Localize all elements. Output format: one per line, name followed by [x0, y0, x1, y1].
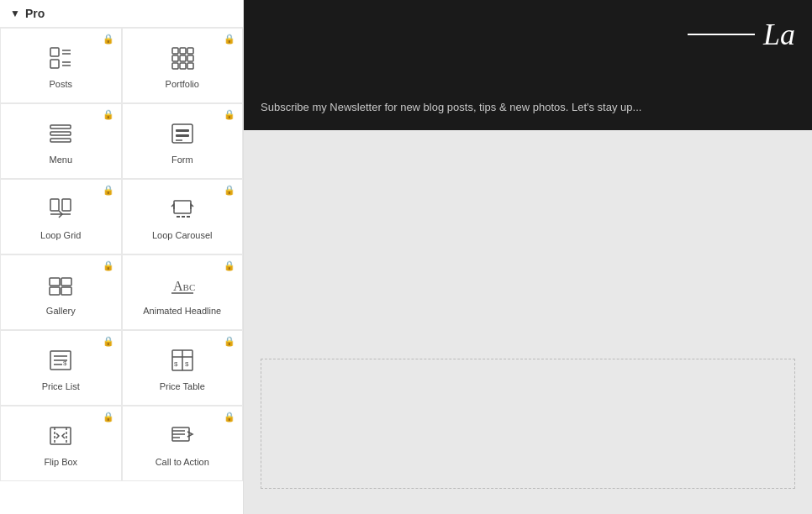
- call-to-action-icon: [170, 423, 195, 452]
- animated-headline-label: Animated Headline: [143, 306, 221, 316]
- svg-rect-11: [187, 55, 193, 61]
- svg-rect-13: [180, 63, 186, 69]
- top-banner: La Subscribe my Newsletter for new blog …: [244, 0, 812, 130]
- svg-rect-30: [61, 278, 71, 286]
- menu-label: Menu: [49, 155, 72, 165]
- svg-rect-23: [62, 199, 71, 211]
- widget-animated-headline[interactable]: 🔒 Abc Animated Headline: [122, 254, 244, 330]
- flip-box-label: Flip Box: [44, 457, 77, 467]
- drop-zone: [261, 359, 795, 489]
- panel-header: ▼ Pro: [0, 0, 243, 28]
- widget-posts[interactable]: 🔒 Posts: [0, 28, 122, 103]
- svg-rect-15: [50, 125, 71, 128]
- lock-icon: 🔒: [224, 185, 235, 196]
- widget-price-table[interactable]: 🔒 $$ Price Table: [122, 330, 244, 406]
- newsletter-text: Subscribe my Newsletter for new blog pos…: [244, 101, 812, 130]
- loop-carousel-label: Loop Carousel: [152, 230, 213, 240]
- svg-rect-25: [174, 201, 191, 213]
- call-to-action-label: Call to Action: [156, 457, 209, 467]
- panel-title: Pro: [25, 7, 45, 20]
- title-area: La: [244, 0, 812, 52]
- lock-icon: 🔒: [103, 34, 114, 45]
- flip-box-icon: [48, 423, 73, 452]
- price-list-icon: $: [48, 348, 73, 376]
- price-table-label: Price Table: [160, 381, 205, 391]
- widget-loop-grid[interactable]: 🔒 Loop Grid: [0, 179, 122, 254]
- svg-rect-0: [50, 48, 59, 56]
- svg-rect-9: [172, 55, 178, 61]
- lock-icon: 🔒: [224, 109, 235, 120]
- svg-text:Abc: Abc: [173, 279, 195, 293]
- lock-icon: 🔒: [224, 34, 235, 45]
- lock-icon: 🔒: [224, 336, 235, 347]
- svg-rect-22: [50, 199, 59, 211]
- menu-icon: [48, 121, 73, 149]
- svg-rect-8: [187, 48, 193, 54]
- loop-carousel-icon: [170, 197, 195, 225]
- svg-rect-1: [50, 60, 59, 68]
- widget-menu[interactable]: 🔒 Menu: [0, 103, 122, 179]
- widget-panel: ▼ Pro 🔒 Posts 🔒 Portfolio 🔒 Menu: [0, 0, 244, 514]
- svg-rect-12: [172, 63, 178, 69]
- widget-flip-box[interactable]: 🔒 Flip Box: [0, 406, 122, 481]
- svg-rect-7: [180, 48, 186, 54]
- svg-rect-16: [50, 132, 71, 135]
- lock-icon: 🔒: [103, 336, 114, 347]
- svg-rect-10: [180, 55, 186, 61]
- lock-icon: 🔒: [224, 412, 235, 422]
- animated-headline-icon: Abc: [170, 272, 195, 301]
- posts-icon: [48, 45, 73, 74]
- preview-area: ‹ La Subscribe my Newsletter for new blo…: [244, 0, 812, 514]
- widget-form[interactable]: 🔒 Form: [122, 103, 244, 179]
- svg-rect-20: [176, 134, 189, 137]
- svg-rect-14: [187, 63, 193, 69]
- widget-call-to-action[interactable]: 🔒 Call to Action: [122, 406, 244, 481]
- widget-loop-carousel[interactable]: 🔒 Loop Carousel: [122, 179, 244, 254]
- lock-icon: 🔒: [103, 412, 114, 422]
- svg-rect-29: [50, 278, 60, 286]
- lock-icon: 🔒: [103, 109, 114, 120]
- loop-grid-label: Loop Grid: [40, 230, 81, 240]
- expand-arrow-icon: ▼: [10, 8, 20, 19]
- svg-text:$: $: [63, 359, 67, 367]
- svg-rect-45: [50, 427, 71, 444]
- posts-label: Posts: [49, 79, 72, 89]
- lock-icon: 🔒: [103, 260, 114, 271]
- title-line-decoration: [688, 34, 755, 35]
- widgets-grid: 🔒 Posts 🔒 Portfolio 🔒 Menu 🔒: [0, 28, 243, 481]
- page-title: La: [763, 17, 795, 52]
- price-table-icon: $$: [170, 348, 195, 376]
- portfolio-label: Portfolio: [166, 79, 199, 89]
- svg-rect-32: [61, 287, 71, 295]
- svg-text:$: $: [174, 360, 178, 368]
- svg-rect-19: [176, 129, 189, 132]
- lock-icon: 🔒: [224, 260, 235, 271]
- widget-gallery[interactable]: 🔒 Gallery: [0, 254, 122, 330]
- loop-grid-icon: [48, 197, 73, 225]
- svg-rect-6: [172, 48, 178, 54]
- gallery-icon: [48, 272, 73, 301]
- form-icon: [170, 121, 195, 149]
- svg-rect-17: [50, 139, 71, 142]
- widget-price-list[interactable]: 🔒 $ Price List: [0, 330, 122, 406]
- svg-text:$: $: [185, 360, 189, 368]
- svg-rect-31: [50, 287, 60, 295]
- lock-icon: 🔒: [103, 185, 114, 196]
- portfolio-icon: [170, 45, 195, 74]
- gallery-label: Gallery: [46, 306, 76, 316]
- widget-portfolio[interactable]: 🔒 Portfolio: [122, 28, 244, 103]
- content-area: [244, 130, 812, 514]
- price-list-label: Price List: [42, 381, 80, 391]
- form-label: Form: [171, 155, 193, 165]
